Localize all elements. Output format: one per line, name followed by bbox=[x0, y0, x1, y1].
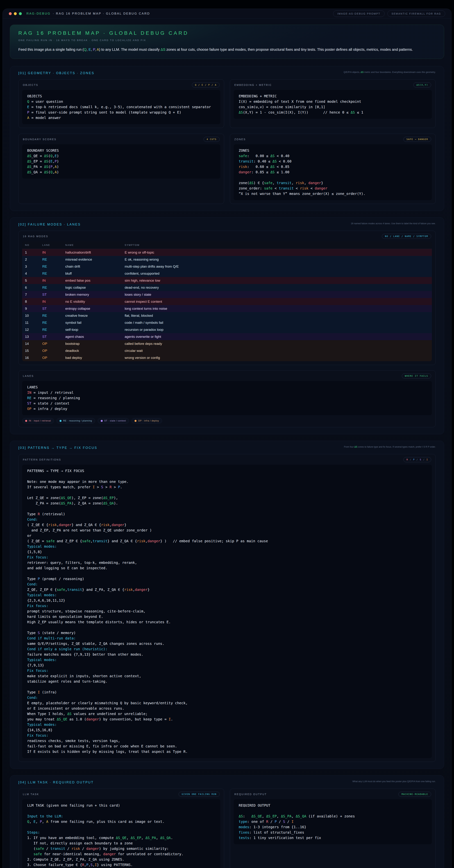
card-lanes: LANES WHERE IT FAILS LANESIN = input / r… bbox=[18, 370, 436, 427]
text-token: ST bbox=[27, 401, 31, 405]
text-token: ΔS_EP bbox=[131, 836, 141, 840]
text-token: Q bbox=[27, 819, 29, 824]
text-token: , bbox=[91, 48, 93, 52]
code-line: Steps: bbox=[27, 830, 215, 835]
cell-lane: OP bbox=[39, 354, 62, 361]
text-token: fail-fast on bad or missing E, fix infra… bbox=[27, 744, 177, 748]
code-line: ΔS_PA = ΔS(P,A) bbox=[27, 164, 215, 169]
text-token: {1,5,8} bbox=[27, 550, 42, 554]
code-line: transit: 0.40 ≤ ΔS < 0.60 bbox=[239, 159, 427, 164]
text-token: type bbox=[239, 819, 247, 824]
section-04-note: What any LLM must do when you feed this … bbox=[352, 780, 436, 783]
code-line: type: one of R / P / S / I bbox=[239, 819, 427, 825]
text-token: Input to the LLM: bbox=[27, 814, 63, 818]
text-token: High Z_EP usually means the template dis… bbox=[27, 620, 171, 624]
col-lane: LANE bbox=[39, 241, 62, 249]
text-token: for unrelated or contradictory. bbox=[116, 852, 184, 856]
text-token: 3. Choose failure_type ∈ { bbox=[27, 863, 82, 867]
text-token: safe bbox=[264, 181, 272, 185]
text-token: Typical modes: bbox=[27, 593, 57, 597]
table-row: 3REchain driftmulti-step plan drifts awa… bbox=[22, 263, 432, 270]
code-line: PATTERNS → TYPE → FIX FOCUS bbox=[27, 468, 427, 474]
section-failure-modes: [02] FAILURE MODES · LANES 16 named fail… bbox=[10, 217, 444, 434]
text-token: A bbox=[55, 170, 57, 174]
text-token: 1. If you have an embedding tool, comput… bbox=[27, 836, 116, 840]
code-line: 3. Choose failure_type ∈ {R,P,S,I} using… bbox=[27, 862, 215, 868]
code-line: Fix focus: bbox=[27, 733, 427, 738]
table-row: 12REself-looprecursion or paradox loop bbox=[22, 326, 432, 333]
text-token: from one failing run, plus this card as … bbox=[48, 819, 164, 824]
text-token: danger bbox=[135, 588, 148, 592]
text-token: ΔS_PA bbox=[61, 501, 72, 505]
text-token: / bbox=[44, 846, 51, 851]
card-required-output: REQUIRED OUTPUT MACHINE-READABLE REQUIRE… bbox=[230, 788, 436, 868]
text-token: safe bbox=[46, 539, 55, 543]
legend-chip-label: IN · input / retrieval bbox=[29, 420, 51, 422]
cell-no: 5 bbox=[22, 277, 39, 284]
text-token: If several types match, prefer bbox=[27, 485, 93, 489]
text-token: : one of bbox=[247, 819, 266, 824]
window-title: · RAG 16 PROBLEM MAP · GLOBAL DEBUG CARD bbox=[53, 12, 150, 16]
card-boundary-scores: BOUNDARY SCORES 4 CUTS BOUNDARY SCORESΔS… bbox=[18, 134, 224, 204]
text-token: , bbox=[141, 836, 145, 840]
text-token: P bbox=[38, 577, 40, 581]
cell-no: 13 bbox=[22, 333, 39, 340]
cell-lane: RE bbox=[39, 270, 62, 277]
text-token: risk bbox=[300, 186, 309, 190]
text-token: / bbox=[415, 458, 420, 461]
lanes-card-badge: WHERE IT FAILS bbox=[402, 373, 431, 378]
text-token: ΔS bbox=[27, 165, 31, 169]
cell-no: 4 bbox=[22, 270, 39, 277]
close-icon[interactable] bbox=[9, 12, 12, 15]
text-token: REQUIRED OUTPUT bbox=[239, 803, 270, 808]
lane-legend: IN · input / retrievalRE · reasoning / p… bbox=[22, 418, 432, 424]
text-token: ΔS_QE bbox=[57, 717, 67, 721]
code-line: Cond: bbox=[27, 517, 427, 522]
text-token: R bbox=[266, 819, 268, 824]
minimize-icon[interactable] bbox=[14, 12, 17, 15]
section-02-title: [02] FAILURE MODES · LANES bbox=[18, 222, 81, 226]
code-line: EMBEDDING + METRIC bbox=[239, 94, 427, 99]
text-token: make state explicit in inputs, shorten a… bbox=[27, 674, 141, 678]
card-boundary-label: BOUNDARY SCORES bbox=[23, 138, 57, 141]
page-content: RAG 16 PROBLEM MAP · GLOBAL DEBUG CARD O… bbox=[3, 19, 451, 868]
cell-no: 15 bbox=[22, 347, 39, 354]
section-04-title: [04] LLM TASK · REQUIRED OUTPUT bbox=[18, 780, 94, 784]
code-line: modes: 1-3 integers from {1..16} bbox=[239, 825, 427, 830]
code-line bbox=[27, 490, 427, 495]
text-token: Let Z_QE = zone( bbox=[27, 496, 61, 500]
text-token: , bbox=[91, 539, 93, 543]
image-as-debug-prompt-pill[interactable]: IMAGE-AS-DEBUG PROMPT bbox=[333, 10, 384, 17]
code-line: E empty, placeholder or clearly mismatch… bbox=[27, 701, 427, 706]
text-token: tests bbox=[239, 836, 249, 840]
text-token: ΔS_EP bbox=[266, 814, 277, 818]
cell-name: self-loop bbox=[62, 326, 122, 333]
section-03-note: From four ΔS zones to failure type and f… bbox=[344, 445, 436, 449]
code-line: Cond if only a single run (heuristic): bbox=[27, 647, 427, 652]
table-row: 8INno E visibilitycannot inspect E conte… bbox=[22, 298, 432, 305]
text-token: What any LLM must do when you feed this … bbox=[352, 780, 436, 783]
code-line: Cond if multi-run data: bbox=[27, 636, 427, 641]
cell-name: deadlock bbox=[62, 347, 122, 354]
text-token: ) ∈ { bbox=[254, 181, 264, 185]
modes-table: NO LANE NAME SYMPTOM 1INhallucination/dr… bbox=[22, 241, 432, 361]
code-line: If E exists but is hidden only by missin… bbox=[27, 749, 427, 754]
code-line bbox=[27, 571, 427, 576]
semantic-firewall-pill[interactable]: SEMANTIC FIREWALL FOR RAG bbox=[387, 10, 445, 17]
text-token: stabilize agent roles and turn-taking. bbox=[27, 679, 107, 684]
text-token: Typical modes: bbox=[27, 545, 57, 549]
legend-chip-RE: RE · reasoning / planning bbox=[57, 418, 95, 424]
maximize-icon[interactable] bbox=[19, 12, 22, 15]
text-token: ΔS bbox=[44, 159, 48, 163]
text-token: ≤ 1.00 bbox=[275, 170, 289, 174]
text-token: ( bbox=[48, 154, 51, 158]
lane-dot-icon bbox=[60, 420, 62, 422]
text-token: I(X) = embedding of text X from one fixe… bbox=[239, 99, 361, 104]
code-line bbox=[27, 684, 427, 690]
legend-chip-label: RE · reasoning / planning bbox=[63, 420, 92, 422]
text-token: ). bbox=[114, 501, 118, 505]
text-token: zone_order: bbox=[239, 186, 264, 190]
code-line: Typical modes: bbox=[27, 657, 427, 663]
card-boundary-badge: 4 CUTS bbox=[204, 137, 220, 142]
code-line bbox=[27, 825, 215, 830]
